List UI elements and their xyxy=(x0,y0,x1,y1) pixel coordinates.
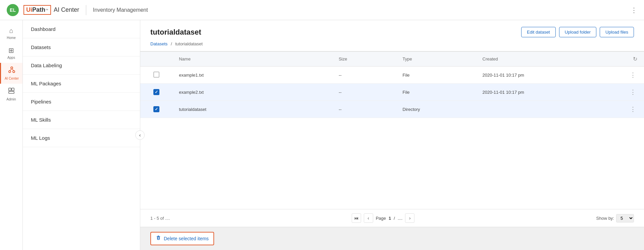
trash-icon xyxy=(156,235,161,242)
left-nav: ⌂ Home ⊞ Apps AI Center xyxy=(0,20,23,250)
breadcrumb-current: tutorialdataset xyxy=(175,41,203,46)
svg-line-3 xyxy=(10,69,12,71)
nav-item-home[interactable]: ⌂ Home xyxy=(0,24,22,43)
row-checkbox[interactable] xyxy=(153,89,159,95)
cell-checkbox[interactable] xyxy=(140,84,172,101)
breadcrumb: Datasets / tutorialdataset xyxy=(150,41,634,51)
size-header: Size xyxy=(332,52,396,67)
content-header: tutorialdataset Edit dataset Upload fold… xyxy=(140,20,644,51)
created-header: Created xyxy=(476,52,609,67)
upload-files-button[interactable]: Upload files xyxy=(600,27,634,37)
logo-area: UiPath™ AI Center xyxy=(23,5,79,15)
cell-size: -- xyxy=(332,101,396,118)
header-buttons: Edit dataset Upload folder Upload files xyxy=(521,27,634,37)
sidebar-item-ml-packages[interactable]: ML Packages xyxy=(23,75,140,93)
more-menu-icon[interactable]: ⋮ xyxy=(631,6,637,14)
sidebar: Dashboard Datasets Data Labeling ML Pack… xyxy=(23,20,140,250)
cell-checkbox[interactable] xyxy=(140,67,172,84)
pagination-controls: ⏮ ‹ Page 1 / .... › xyxy=(352,213,415,223)
admin-icon xyxy=(8,87,15,96)
svg-rect-6 xyxy=(9,88,11,91)
upload-folder-button[interactable]: Upload folder xyxy=(559,27,596,37)
prev-page-button[interactable]: ‹ xyxy=(364,213,373,223)
logo-divider xyxy=(86,5,86,15)
logo-ai-center: AI Center xyxy=(54,6,79,13)
sidebar-collapse-button[interactable]: ‹ xyxy=(135,130,145,140)
type-header: Type xyxy=(396,52,476,67)
row-checkbox[interactable] xyxy=(153,106,159,112)
logo-tm: ™ xyxy=(45,8,48,12)
dataset-title: tutorialdataset xyxy=(150,28,201,37)
table-body: example1.txt -- File 2020-11-01 10:17 pm… xyxy=(140,67,644,118)
cell-created: 2020-11-01 10:17 pm xyxy=(476,67,609,84)
apps-icon: ⊞ xyxy=(8,46,14,54)
page-label: Page xyxy=(376,216,386,221)
actions-header: ↻ xyxy=(609,52,644,67)
breadcrumb-sep: / xyxy=(171,41,172,46)
table-row: tutorialdataset -- Directory ⋮ xyxy=(140,101,644,118)
pagination-area: 1 - 5 of .... ⏮ ‹ Page 1 / .... › Show b… xyxy=(140,209,644,227)
svg-rect-7 xyxy=(12,88,14,91)
next-page-button[interactable]: › xyxy=(405,213,414,223)
table-row: example1.txt -- File 2020-11-01 10:17 pm… xyxy=(140,67,644,84)
table-row: example2.txt -- File 2020-11-01 10:17 pm… xyxy=(140,84,644,101)
refresh-icon[interactable]: ↻ xyxy=(633,56,637,62)
row-more-icon[interactable]: ⋮ xyxy=(629,105,637,114)
cell-actions: ⋮ xyxy=(609,67,644,84)
main-content: tutorialdataset Edit dataset Upload fold… xyxy=(140,20,644,250)
sidebar-item-data-labeling[interactable]: Data Labeling xyxy=(23,56,140,75)
checkbox-header xyxy=(140,52,172,67)
svg-rect-5 xyxy=(9,91,14,93)
cell-created xyxy=(476,101,609,118)
delete-selected-label: Delete selected items xyxy=(164,236,209,241)
cell-type: File xyxy=(396,84,476,101)
row-more-icon[interactable]: ⋮ xyxy=(629,87,637,97)
sidebar-item-ml-logs[interactable]: ML Logs xyxy=(23,129,140,147)
row-checkbox[interactable] xyxy=(153,72,159,78)
delete-selected-button[interactable]: Delete selected items xyxy=(150,232,214,245)
page-total: .... xyxy=(398,216,402,221)
page-sep: / xyxy=(394,216,395,221)
row-more-icon[interactable]: ⋮ xyxy=(629,70,637,80)
cell-type: File xyxy=(396,67,476,84)
logo-box: UiPath™ xyxy=(23,5,51,15)
home-icon: ⌂ xyxy=(9,27,13,35)
cell-actions: ⋮ xyxy=(609,101,644,118)
ai-center-icon xyxy=(8,66,15,75)
nav-item-ai-center[interactable]: AI Center xyxy=(0,63,22,84)
name-header: Name xyxy=(172,52,332,67)
breadcrumb-datasets-link[interactable]: Datasets xyxy=(150,41,167,46)
page-title: Inventory Management xyxy=(93,7,148,13)
delete-bar: Delete selected items xyxy=(140,227,644,250)
show-by-label: Show by: xyxy=(596,216,614,221)
nav-label-ai-center: AI Center xyxy=(5,77,19,80)
page-number: 1 xyxy=(389,216,391,221)
cell-name: tutorialdataset xyxy=(172,101,332,118)
cell-created: 2020-11-01 10:17 pm xyxy=(476,84,609,101)
sidebar-item-ml-skills[interactable]: ML Skills xyxy=(23,111,140,129)
logo-ui: Ui xyxy=(26,6,32,13)
sidebar-item-datasets[interactable]: Datasets xyxy=(23,38,140,56)
cell-type: Directory xyxy=(396,101,476,118)
show-by: Show by: 5 10 25 xyxy=(596,214,634,222)
sidebar-item-pipelines[interactable]: Pipelines xyxy=(23,93,140,111)
sidebar-item-dashboard[interactable]: Dashboard xyxy=(23,20,140,38)
nav-item-apps[interactable]: ⊞ Apps xyxy=(0,43,22,63)
table-area: Name Size Type Created ↻ example1.txt -- xyxy=(140,51,644,209)
show-by-select[interactable]: 5 10 25 xyxy=(616,214,634,222)
cell-name: example1.txt xyxy=(172,67,332,84)
cell-actions: ⋮ xyxy=(609,84,644,101)
cell-name: example2.txt xyxy=(172,84,332,101)
cell-checkbox[interactable] xyxy=(140,101,172,118)
logo-path: Path xyxy=(32,6,45,13)
content-header-top: tutorialdataset Edit dataset Upload fold… xyxy=(150,27,634,37)
pagination-info: 1 - 5 of .... xyxy=(150,216,170,221)
edit-dataset-button[interactable]: Edit dataset xyxy=(521,27,556,37)
data-table: Name Size Type Created ↻ example1.txt -- xyxy=(140,51,644,118)
cell-size: -- xyxy=(332,67,396,84)
svg-line-4 xyxy=(12,69,14,71)
first-page-button[interactable]: ⏮ xyxy=(352,213,361,223)
svg-point-1 xyxy=(9,71,11,73)
svg-rect-8 xyxy=(157,237,159,240)
nav-item-admin[interactable]: Admin xyxy=(0,84,22,105)
